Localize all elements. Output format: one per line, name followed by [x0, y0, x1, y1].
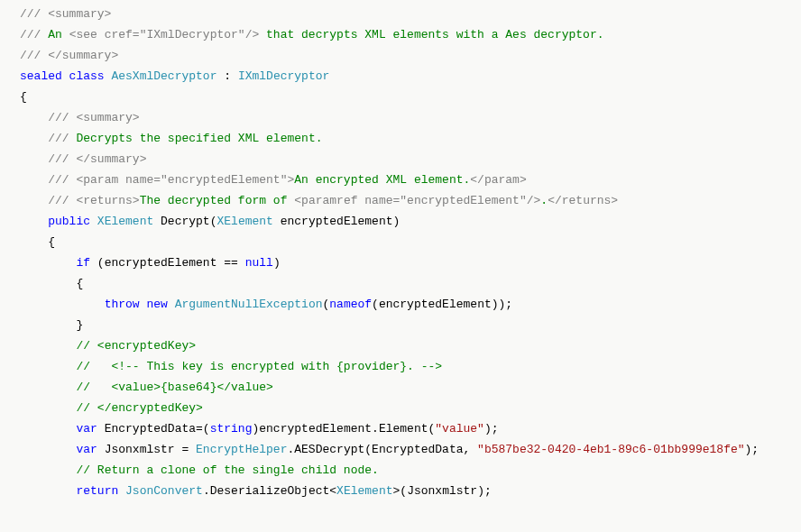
code-token: );: [745, 443, 760, 456]
code-line: /// Decrypts the specified XML element.: [20, 128, 801, 149]
code-token: /// <param name="encryptedElement">: [48, 173, 294, 187]
code-line: return JsonConvert.DeserializeObject<XEl…: [20, 481, 801, 501]
code-line: sealed class AesXmlDecryptor : IXmlDecry…: [20, 66, 801, 87]
code-token: /// <summary>: [20, 7, 111, 21]
code-token: {: [48, 235, 55, 249]
code-token: );: [484, 422, 499, 436]
code-token: <see cref="IXmlDecryptor"/>: [69, 28, 260, 41]
code-token: /// </summary>: [48, 152, 146, 166]
code-token: ): [273, 256, 281, 270]
code-token: ///: [48, 132, 76, 145]
code-token: string: [210, 422, 253, 436]
code-token: public: [48, 215, 90, 228]
code-token: (encryptedElement));: [372, 298, 512, 311]
code-token: // <!-- This key is encrypted with {prov…: [76, 360, 442, 373]
code-line: /// An <see cref="IXmlDecryptor"/> that …: [20, 24, 801, 45]
code-token: /// <returns>: [48, 194, 139, 207]
code-token: [90, 215, 97, 228]
code-token: EncryptHelper: [196, 443, 287, 456]
code-line: }: [20, 315, 801, 335]
code-token: null: [245, 256, 273, 270]
code-token: .AESDecrypt(EncryptedData,: [287, 443, 477, 456]
code-token: IXmlDecryptor: [238, 69, 329, 83]
code-block: /// <summary>/// An <see cref="IXmlDecry…: [0, 0, 801, 501]
code-token: XElement: [336, 484, 392, 498]
code-token: </param>: [470, 173, 526, 187]
code-token: .: [540, 194, 548, 207]
code-line: if (encryptedElement == null): [20, 252, 801, 273]
code-line: // </encryptedKey>: [20, 398, 801, 418]
code-token: Jsonxmlstr =: [97, 443, 196, 456]
code-token: Decrypts the specified XML element.: [76, 132, 322, 145]
code-token: var: [76, 422, 97, 436]
code-line: {: [20, 273, 801, 294]
code-token: [168, 298, 175, 311]
code-token: // </encryptedKey>: [76, 401, 202, 415]
code-token: that decrypts XML elements with a Aes de…: [259, 28, 603, 41]
code-token: AesXmlDecryptor: [111, 69, 216, 83]
code-line: /// <summary>: [20, 4, 801, 24]
code-token: .DeserializeObject<: [203, 484, 336, 498]
code-line: public XElement Decrypt(XElement encrypt…: [20, 211, 801, 232]
code-token: var: [76, 443, 97, 456]
code-token: }: [76, 318, 83, 332]
code-token: XElement: [216, 215, 272, 228]
code-line: /// <summary>: [20, 107, 801, 128]
code-token: An: [48, 28, 69, 41]
code-token: ArgumentNullException: [175, 298, 323, 311]
code-token: sealed class: [20, 69, 105, 83]
code-line: /// <param name="encryptedElement">An en…: [20, 170, 801, 190]
code-token: >(Jsonxmlstr);: [393, 484, 492, 498]
code-token: )encryptedElement.Element(: [252, 422, 435, 436]
code-line: throw new ArgumentNullException(nameof(e…: [20, 294, 801, 315]
code-token: EncryptedData=(: [97, 422, 210, 436]
code-token: /// </summary>: [20, 49, 118, 62]
code-token: JsonConvert: [125, 484, 203, 498]
code-line: /// </summary>: [20, 149, 801, 170]
code-token: XElement: [97, 215, 153, 228]
code-line: // <!-- This key is encrypted with {prov…: [20, 356, 801, 377]
code-line: var Jsonxmlstr = EncryptHelper.AESDecryp…: [20, 439, 801, 460]
code-token: An encrypted XML element.: [294, 173, 470, 187]
code-token: ///: [20, 28, 48, 41]
code-line: {: [20, 232, 801, 252]
code-token: "b587be32-0420-4eb1-89c6-01bb999e18fe": [477, 443, 744, 456]
code-token: Decrypt(: [153, 215, 216, 228]
code-line: /// <returns>The decrypted form of <para…: [20, 190, 801, 211]
code-token: nameof: [329, 298, 372, 311]
code-token: if: [76, 256, 90, 270]
code-token: </returns>: [548, 194, 618, 207]
code-line: // Return a clone of the single child no…: [20, 460, 801, 481]
code-token: {: [76, 277, 83, 290]
code-line: {: [20, 87, 801, 107]
code-token: // <encryptedKey>: [76, 339, 196, 353]
code-token: "value": [435, 422, 484, 436]
code-line: // <encryptedKey>: [20, 335, 801, 356]
code-token: throw new: [105, 298, 168, 311]
code-token: The decrypted form of: [140, 194, 295, 207]
code-token: // Return a clone of the single child no…: [76, 463, 378, 477]
code-token: encryptedElement): [273, 215, 400, 228]
code-line: /// </summary>: [20, 45, 801, 66]
code-token: {: [20, 90, 27, 104]
code-token: return: [76, 484, 118, 498]
code-line: var EncryptedData=(string)encryptedEleme…: [20, 418, 801, 439]
code-token: :: [216, 69, 237, 83]
code-token: /// <summary>: [48, 111, 139, 124]
code-line: // <value>{base64}</value>: [20, 377, 801, 398]
code-token: [118, 484, 125, 498]
code-token: // <value>{base64}</value>: [76, 381, 272, 394]
code-token: (encryptedElement ==: [90, 256, 245, 270]
code-token: <paramref name="encryptedElement"/>: [294, 194, 540, 207]
